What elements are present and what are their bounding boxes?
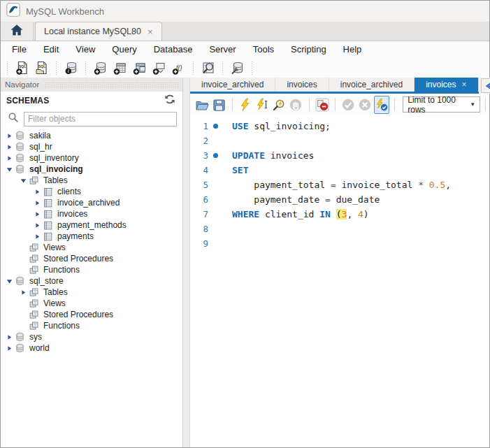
tree-no-arrow [19, 299, 28, 308]
code-line: 3UPDATE invoices [190, 148, 489, 163]
menu-item-database[interactable]: Database [145, 41, 201, 57]
menu-item-server[interactable]: Server [201, 41, 244, 57]
menu-item-view[interactable]: View [67, 41, 103, 57]
execute-current-button[interactable] [254, 96, 270, 114]
tree-item-stored-procedures[interactable]: Stored Procedures [1, 253, 182, 264]
tree-item-sys[interactable]: sys [1, 331, 182, 342]
tree-expand-icon[interactable] [5, 344, 14, 353]
toggle-stop-on-error-icon [315, 98, 329, 112]
open-script-button[interactable] [194, 96, 210, 114]
toolbar-grip [6, 61, 9, 75]
tree-expand-icon[interactable] [33, 210, 42, 219]
toolbar-grip [192, 61, 195, 75]
panel-splitter[interactable] [183, 78, 190, 447]
create-schema-button[interactable] [92, 59, 110, 76]
tree-item-sql_invoicing[interactable]: sql_invoicing [1, 164, 182, 175]
limit-rows-dropdown[interactable]: Limit to 1000 rows▼ [403, 96, 480, 113]
query-tab-invoice_archived[interactable]: invoice_archived [190, 78, 275, 92]
tree-expand-icon[interactable] [5, 333, 14, 342]
table-inspector-button[interactable]: i [62, 59, 80, 76]
menu-item-scripting[interactable]: Scripting [282, 41, 335, 57]
menu-item-tools[interactable]: Tools [245, 41, 282, 57]
stop-execution-icon [289, 98, 303, 112]
tree-item-world[interactable]: world [1, 342, 182, 354]
tree-item-payments[interactable]: payments [1, 231, 182, 242]
connection-tab[interactable]: Local instance MySQL80 × [35, 22, 162, 41]
tree-expand-icon[interactable] [33, 221, 42, 230]
query-tab-close-icon[interactable]: × [462, 80, 467, 89]
code-line: 7WHERE client_id IN (3, 4) [190, 207, 489, 222]
scroll-tabs-left-button[interactable] [481, 78, 490, 93]
menu-item-query[interactable]: Query [103, 41, 145, 57]
query-tab-invoice_archived[interactable]: invoice_archived [329, 78, 415, 92]
line-number: 3 [190, 150, 208, 161]
toolbar-separator [485, 98, 486, 111]
tree-item-functions[interactable]: Functions [1, 320, 182, 331]
tree-expand-icon[interactable] [19, 288, 28, 297]
tree-expand-icon[interactable] [33, 232, 42, 241]
tree-item-invoice_archived[interactable]: invoice_archived [1, 197, 182, 208]
schema-icon [14, 276, 26, 287]
menu-bar: FileEditViewQueryDatabaseServerToolsScri… [1, 41, 489, 57]
tree-expand-icon[interactable] [5, 154, 14, 163]
tree-item-views[interactable]: Views [1, 242, 182, 253]
create-procedure-button[interactable] [150, 59, 168, 76]
tree-item-sakila[interactable]: sakila [1, 130, 182, 141]
query-tab-invoices[interactable]: invoices× [415, 78, 478, 92]
sql-code-editor[interactable]: 1USE sql_invoicing;23UPDATE invoices4SET… [190, 115, 489, 447]
explain-plan-button[interactable] [271, 96, 287, 114]
tree-item-sql_hr[interactable]: sql_hr [1, 141, 182, 152]
home-tab[interactable] [1, 22, 34, 41]
menu-item-file[interactable]: File [3, 41, 35, 57]
tree-collapse-icon[interactable] [19, 176, 28, 185]
query-tab-invoices[interactable]: invoices [275, 78, 329, 92]
create-view-button[interactable] [131, 59, 149, 76]
functions-icon [28, 321, 40, 331]
execute-current-icon [255, 98, 269, 112]
create-function-button[interactable]: f() [170, 59, 188, 76]
sql-editor-panel: invoice_archivedinvoicesinvoice_archived… [190, 78, 489, 447]
reconnect-db-button[interactable] [229, 59, 247, 76]
filter-objects-input[interactable] [24, 112, 177, 127]
open-sql-file-button[interactable]: SQL [33, 59, 51, 76]
tree-expand-icon[interactable] [5, 143, 14, 152]
tree-item-payment_methods[interactable]: payment_methods [1, 219, 182, 231]
tree-item-views[interactable]: Views [1, 298, 182, 309]
tree-item-label: sql_invoicing [29, 164, 83, 174]
refresh-schemas-icon[interactable] [163, 92, 177, 109]
search-data-button[interactable] [199, 59, 217, 76]
tree-expand-icon[interactable] [33, 187, 42, 196]
create-table-button[interactable] [111, 59, 129, 76]
tree-item-tables[interactable]: Tables [1, 287, 182, 298]
mysql-dolphin-icon [6, 3, 20, 20]
tree-item-label: invoice_archived [57, 198, 120, 208]
save-script-button[interactable] [211, 96, 226, 114]
new-sql-tab-button[interactable]: SQL [13, 59, 31, 76]
toggle-stop-on-error-button[interactable] [314, 96, 329, 114]
tree-item-functions[interactable]: Functions [1, 264, 182, 275]
execute-button[interactable] [237, 96, 252, 114]
tree-item-invoices[interactable]: invoices [1, 208, 182, 219]
tree-expand-icon[interactable] [5, 131, 14, 140]
toolbar-grip [251, 61, 254, 75]
menu-item-edit[interactable]: Edit [35, 41, 67, 57]
tree-item-clients[interactable]: clients [1, 186, 182, 197]
line-number: 6 [190, 194, 208, 205]
reconnect-db-icon [231, 61, 245, 75]
svg-text:SQL: SQL [38, 64, 45, 68]
tree-item-stored-procedures[interactable]: Stored Procedures [1, 309, 182, 320]
tree-item-tables[interactable]: Tables [1, 175, 182, 186]
tree-collapse-icon[interactable] [5, 277, 14, 286]
tree-item-sql_inventory[interactable]: sql_inventory [1, 152, 182, 164]
procedures-icon [28, 310, 40, 320]
tree-expand-icon[interactable] [33, 198, 42, 208]
toolbar-separator [394, 98, 395, 111]
connection-tab-close-icon[interactable]: × [147, 27, 153, 36]
limit-rows-value: Limit to 1000 rows [408, 95, 460, 115]
tree-item-sql_store[interactable]: sql_store [1, 275, 182, 287]
tree-item-label: Functions [43, 265, 80, 275]
menu-item-help[interactable]: Help [335, 41, 370, 57]
beautify-button[interactable] [374, 96, 389, 114]
toolbar-separator [335, 98, 336, 111]
tree-collapse-icon[interactable] [5, 165, 14, 174]
